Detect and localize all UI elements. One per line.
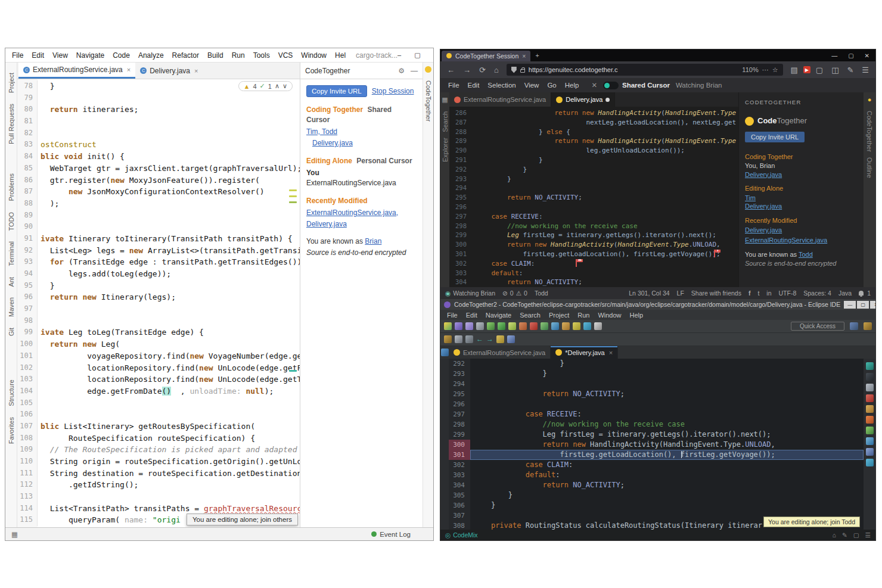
eol-indicator[interactable]: LF [677,290,684,297]
menu-code[interactable]: Code [108,51,134,60]
code-line-107[interactable]: 107blic List<Itinerary> getRoutesBySpeci… [17,421,300,433]
annotations-icon[interactable] [573,322,580,330]
tool-button-maven[interactable]: Maven [8,297,15,317]
problems-icon[interactable] [866,394,874,402]
tool-windows-icon[interactable]: ▦ [11,530,18,539]
menu-analyze[interactable]: Analyze [134,51,168,60]
recent-file-delivery-java[interactable]: Delivery.java [745,226,858,235]
tool-button-structure[interactable]: Structure [8,379,15,406]
tool-button-todo[interactable]: TODO [8,212,15,231]
alone-file-link[interactable]: Delivery.java [745,203,782,210]
stop-session-link[interactable]: Stop Session [372,86,414,97]
menu-tools[interactable]: Tools [249,51,274,60]
menu-icon[interactable]: ☰ [859,66,872,74]
code-line-104[interactable]: 104 edge.getFromDate() , unloadTime: nul… [17,385,300,397]
maximize-icon[interactable]: ▢ [857,301,869,309]
event-log[interactable]: Event Log [371,531,411,538]
tool-button-codetogether[interactable]: CodeTogether [425,80,432,122]
code-line-291[interactable]: 291 } [449,155,738,165]
code-line-297[interactable]: 297 case RECEIVE: [449,212,738,222]
code-line-303[interactable]: 303 default: [449,470,864,480]
code-line-304[interactable]: 304 return NO_ACTIVITY; [449,278,738,287]
copy-invite-url-button[interactable]: Copy Invite URL [306,85,367,97]
menu-search[interactable]: Search [515,312,545,319]
menu-window[interactable]: Window [297,51,331,60]
code-line-80[interactable]: 80 return itineraries; [17,104,300,116]
alone-file[interactable]: ExternalRoutingService.java [306,178,417,188]
snippets-icon[interactable] [866,405,874,413]
menu-file[interactable]: File [444,82,464,89]
search-icon[interactable] [551,322,559,330]
coding-users-link[interactable]: Tim, Todd [306,127,417,137]
language-indicator[interactable]: Java [838,290,852,297]
edit-icon[interactable]: ✎ [844,66,856,74]
tab-delivery-java[interactable]: Delivery.java [551,92,615,107]
code-line-99[interactable]: 99ivate Leg toLeg(TransitEdge edge) { [17,326,300,338]
browser-tab[interactable]: CodeTogether Session × [442,51,530,61]
code-line-293[interactable]: 293 } [449,369,864,379]
close-icon[interactable]: ✕ [865,52,869,59]
run-external-icon[interactable] [508,322,516,330]
code-line-90[interactable]: 90 [17,221,300,233]
code-line-110[interactable]: 110 String origin = routeSpecification.g… [17,456,300,468]
url-text[interactable]: https://genuitec.codetogether.c [529,66,618,73]
code-line-301[interactable]: 301 firstLeg.getLoadLocation(), firstLeg… [449,250,738,259]
recent-file-externalroutingservice-java[interactable]: ExternalRoutingService.java [745,236,858,245]
split-icon[interactable]: ▢ [853,531,859,539]
minimize-icon[interactable]: — [831,52,837,59]
cursor-position[interactable]: Ln 301, Col 34 [629,290,669,297]
code-line-94[interactable]: 94 legs.add(toLeg(edge)); [17,268,300,280]
watching-status[interactable]: ◉Watching Brian [445,290,495,297]
scrollbar-warning-mark[interactable] [289,195,297,197]
back-icon[interactable]: ← [476,335,483,343]
code-line-288[interactable]: 288 } else { [449,127,738,137]
menu-help[interactable]: Help [626,312,648,319]
code-line-300[interactable]: 300 return new HandlingActivity(Handling… [449,440,864,450]
tool-button-git[interactable]: Git [8,328,15,336]
linkedin-icon[interactable]: in [766,290,771,297]
code-line-111[interactable]: 111 String destination = routeSpecificat… [17,468,300,480]
reload-icon[interactable]: ⟳ [476,66,489,74]
code-line-86[interactable]: 86 gtr.register(new MoxyJsonFeature()).r… [17,175,300,186]
tab-externalroutingservice-java[interactable]: CExternalRoutingService.java× [18,63,135,79]
code-line-114[interactable]: 114 List<TransitPath> transitPaths = gra… [17,503,300,515]
code-line-113[interactable]: 113 [17,491,300,503]
code-line-112[interactable]: 112 .getIdString(); [17,479,300,491]
extension-icon[interactable]: ▶ [803,66,810,73]
bookmark-star-icon[interactable]: ☆ [772,66,778,74]
tab-externalroutingservice-java[interactable]: ExternalRoutingService.java [449,346,551,359]
close-tab-icon[interactable]: × [194,67,198,74]
outline-icon[interactable] [866,384,874,391]
editing-alone-tooltip[interactable]: You are editing alone; join Todd [763,517,860,527]
new-java-class-icon[interactable] [541,322,548,330]
tool-button-pull-requests[interactable]: Pull Requests [8,104,15,144]
code-line-89[interactable]: 89 [17,210,300,222]
java-browsing-icon[interactable] [444,335,452,343]
scrollbar-selection-mark[interactable] [289,370,297,372]
code-line-102[interactable]: 102 locationRepository.find(new UnLocode… [17,362,300,374]
user-status[interactable]: Todd [535,290,548,297]
menu-go[interactable]: Go [543,82,560,89]
forward-icon[interactable]: → [460,66,474,74]
tool-button-terminal[interactable]: Terminal [8,241,15,266]
menu-navigate[interactable]: Navigate [482,312,515,319]
codetogether-view-icon[interactable]: ● [868,96,872,103]
home-icon[interactable]: ⌂ [833,531,836,539]
sidebar-icon[interactable]: ▢ [813,66,826,74]
menu-run[interactable]: Run [573,312,594,319]
next-problem-icon[interactable]: ∨ [282,82,287,90]
last-edit-location-icon[interactable] [496,335,504,343]
code-line-101[interactable]: 101 voyageRepository.find(new VoyageNumb… [17,350,300,362]
search-view-icon[interactable] [866,437,874,445]
bookmark-icon[interactable] [594,322,602,330]
notifications-bell[interactable]: 1 [859,290,871,297]
menu-view[interactable]: View [48,51,72,60]
code-line-100[interactable]: 100 return new Leg( [17,338,300,350]
code-line-292[interactable]: 292 } [449,359,864,369]
quick-access-box[interactable]: Quick Access [791,322,844,331]
code-line-106[interactable]: 106 [17,409,300,421]
home-icon[interactable]: ⌂ [491,66,502,74]
code-line-84[interactable]: 84blic void init() { [17,151,300,163]
menu-file[interactable]: File [8,51,27,60]
code-line-82[interactable]: 82 [17,127,300,139]
